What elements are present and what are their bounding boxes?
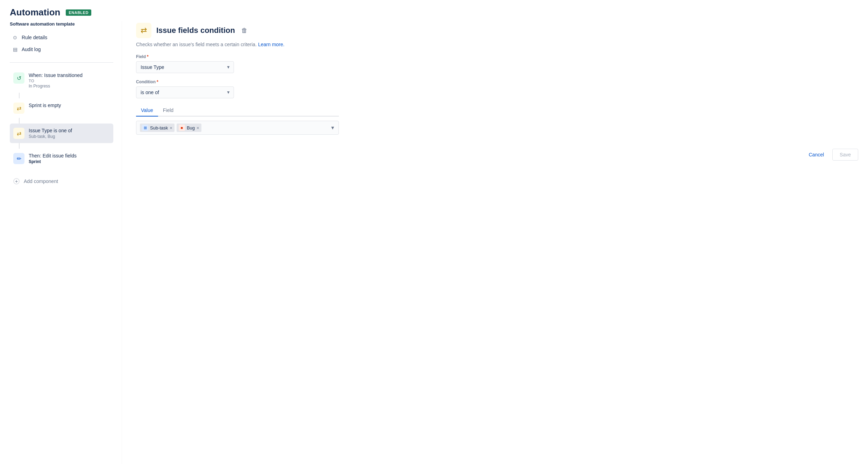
sidebar-item-rule-details[interactable]: ⊙ Rule details bbox=[10, 31, 113, 43]
panel-icon: ⇄ bbox=[136, 23, 151, 38]
add-component-label: Add component bbox=[24, 178, 58, 184]
then-subtitle: Sprint bbox=[29, 159, 77, 164]
rule-details-label: Rule details bbox=[22, 35, 47, 40]
condition-select-wrapper: is one of is not one of equals not equal… bbox=[136, 86, 234, 98]
tag-subtask: ⊞ Sub-task × bbox=[140, 124, 175, 132]
tab-value[interactable]: Value bbox=[136, 105, 158, 117]
pipeline-step-when[interactable]: ↺ When: Issue transitioned TO In Progres… bbox=[10, 68, 113, 93]
learn-more-link[interactable]: Learn more. bbox=[258, 42, 284, 47]
sidebar-divider bbox=[10, 62, 113, 63]
save-button[interactable]: Save bbox=[832, 149, 858, 161]
tab-field[interactable]: Field bbox=[158, 105, 178, 117]
main-content: Software automation template ⊙ Rule deta… bbox=[0, 21, 868, 464]
pipeline: ↺ When: Issue transitioned TO In Progres… bbox=[10, 68, 113, 189]
sprint-content: Sprint is empty bbox=[29, 103, 61, 108]
when-icon: ↺ bbox=[13, 72, 24, 84]
enabled-badge: ENABLED bbox=[66, 9, 91, 16]
panel-title: Issue fields condition bbox=[156, 26, 235, 35]
issue-type-content: Issue Type is one of Sub-task, Bug bbox=[29, 128, 72, 139]
panel-description: Checks whether an issue's field meets a … bbox=[136, 42, 858, 47]
connector-1 bbox=[19, 93, 20, 98]
then-title: Then: Edit issue fields bbox=[29, 153, 77, 159]
when-subtitle: In Progress bbox=[29, 84, 83, 89]
field-select[interactable]: Issue Type Summary Priority Status Assig… bbox=[136, 61, 234, 73]
pipeline-step-sprint[interactable]: ⇄ Sprint is empty bbox=[10, 98, 113, 118]
bug-remove[interactable]: × bbox=[197, 126, 199, 130]
info-icon: ⊙ bbox=[12, 34, 18, 41]
audit-icon: ▤ bbox=[12, 46, 18, 52]
tags-chevron-icon: ▼ bbox=[330, 125, 335, 131]
cancel-button[interactable]: Cancel bbox=[804, 149, 829, 161]
value-field-tabs: Value Field bbox=[136, 105, 339, 117]
page-title: Automation bbox=[10, 7, 60, 18]
subtask-remove[interactable]: × bbox=[170, 126, 172, 130]
sprint-title: Sprint is empty bbox=[29, 103, 61, 108]
field-select-wrapper: Issue Type Summary Priority Status Assig… bbox=[136, 61, 234, 73]
panel-header: ⇄ Issue fields condition 🗑 bbox=[136, 21, 858, 38]
field-required: * bbox=[147, 54, 149, 59]
connector-2 bbox=[19, 118, 20, 124]
bug-label: Bug bbox=[187, 125, 195, 131]
condition-group: Condition * is one of is not one of equa… bbox=[136, 79, 858, 98]
condition-select[interactable]: is one of is not one of equals not equal… bbox=[136, 86, 234, 98]
pipeline-step-issue-type[interactable]: ⇄ Issue Type is one of Sub-task, Bug bbox=[10, 124, 113, 143]
description-text: Checks whether an issue's field meets a … bbox=[136, 42, 257, 47]
sidebar-item-audit-log[interactable]: ▤ Audit log bbox=[10, 43, 113, 55]
tags-container[interactable]: ⊞ Sub-task × ■ Bug × ▼ bbox=[136, 121, 339, 135]
field-label: Field * bbox=[136, 54, 858, 59]
issue-type-icon: ⇄ bbox=[13, 128, 24, 139]
issue-type-subtitle: Sub-task, Bug bbox=[29, 134, 72, 139]
subtask-label: Sub-task bbox=[150, 125, 168, 131]
right-panel: ⇄ Issue fields condition 🗑 Checks whethe… bbox=[122, 21, 858, 464]
bug-icon: ■ bbox=[179, 125, 185, 131]
panel-actions: Cancel Save bbox=[136, 149, 858, 168]
pipeline-step-then[interactable]: ✏ Then: Edit issue fields Sprint bbox=[10, 149, 113, 168]
sidebar-nav: ⊙ Rule details ▤ Audit log bbox=[10, 31, 113, 55]
add-icon: + bbox=[13, 178, 20, 184]
condition-label: Condition * bbox=[136, 79, 858, 84]
delete-icon[interactable]: 🗑 bbox=[241, 27, 248, 34]
template-label: Software automation template bbox=[10, 21, 113, 27]
connector-3 bbox=[19, 143, 20, 149]
add-component[interactable]: + Add component bbox=[10, 174, 113, 189]
app-container: Automation ENABLED Software automation t… bbox=[0, 0, 868, 464]
when-label-to: TO bbox=[29, 79, 83, 83]
sidebar: Software automation template ⊙ Rule deta… bbox=[10, 21, 122, 464]
subtask-icon: ⊞ bbox=[142, 125, 148, 131]
tag-bug: ■ Bug × bbox=[177, 124, 201, 132]
issue-type-title: Issue Type is one of bbox=[29, 128, 72, 133]
audit-log-label: Audit log bbox=[22, 47, 41, 52]
header: Automation ENABLED bbox=[0, 0, 868, 21]
when-content: When: Issue transitioned TO In Progress bbox=[29, 72, 83, 89]
then-icon: ✏ bbox=[13, 153, 24, 164]
when-title: When: Issue transitioned bbox=[29, 72, 83, 78]
then-content: Then: Edit issue fields Sprint bbox=[29, 153, 77, 164]
field-group: Field * Issue Type Summary Priority Stat… bbox=[136, 54, 858, 73]
condition-required: * bbox=[157, 79, 158, 84]
sprint-icon: ⇄ bbox=[13, 103, 24, 114]
